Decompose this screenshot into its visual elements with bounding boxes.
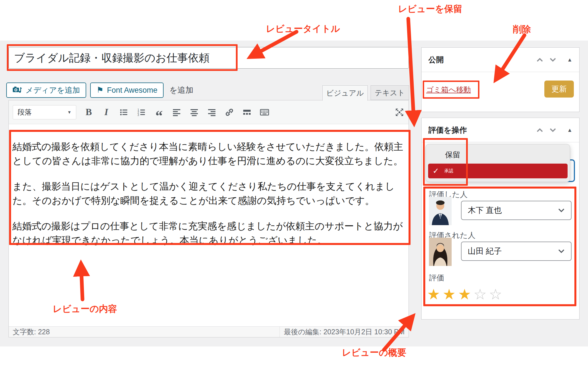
collapse-toggle-icon[interactable]: ▲ — [567, 127, 572, 133]
italic-icon[interactable]: I — [101, 107, 111, 118]
move-up-icon[interactable] — [536, 58, 543, 62]
last-edited: 最後の編集: 2023年10月2日 10:30 PM — [280, 327, 409, 337]
rater-select[interactable]: 木下 直也 — [461, 201, 572, 220]
collapse-toggle-icon[interactable]: ▲ — [567, 57, 572, 63]
add-media-button[interactable]: メディアを追加 — [6, 83, 86, 98]
word-count: 文字数: 228 — [9, 327, 50, 337]
review-body-text: 結婚式の撮影を依頼してくださり本当に素晴らしい経験をさせていただきました。依頼主… — [12, 140, 405, 259]
annotation-delete: 削除 — [513, 23, 531, 36]
numbered-list-icon[interactable]: 1 2 3 — [136, 107, 147, 118]
editor-status-bar: 文字数: 228 最後の編集: 2023年10月2日 10:30 PM — [9, 326, 409, 337]
editor-frame: 段落 ▼ B I 1 2 3 “ — [9, 100, 409, 337]
review-title-input[interactable]: ブライダル記録・収録撮影のお仕事依頼 — [9, 47, 409, 69]
add-media-label: メディアを追加 — [26, 85, 80, 95]
panel-controls: ▲ — [536, 127, 572, 133]
rater-avatar — [429, 197, 452, 225]
flag-icon: ⚑ — [96, 86, 103, 94]
chevron-down-icon — [558, 249, 565, 253]
rater-name: 木下 直也 — [468, 205, 502, 216]
annotation-review-summary: レビューの概要 — [342, 346, 406, 359]
rated-name: 山田 紀子 — [468, 246, 502, 257]
update-button[interactable]: 更新 — [544, 81, 574, 98]
annotation-hold-review: レビューを保留 — [398, 3, 462, 15]
align-left-icon[interactable] — [172, 107, 182, 118]
align-right-icon[interactable] — [207, 107, 217, 118]
camera-music-icon — [12, 85, 22, 96]
rating-action-panel-header[interactable]: 評価を操作 ▲ — [422, 118, 579, 142]
svg-text:3: 3 — [138, 113, 139, 117]
link-icon[interactable] — [224, 107, 234, 118]
status-dropdown-menu: 保留 ✓ 承認 — [426, 144, 570, 182]
blockquote-icon[interactable]: “ — [154, 107, 164, 118]
review-paragraph: 結婚式の撮影を依頼してくださり本当に素晴らしい経験をさせていただきました。依頼主… — [12, 140, 405, 168]
font-awesome-button[interactable]: ⚑ Font Awesome — [90, 83, 164, 98]
annotation-review-content: レビューの内容 — [53, 303, 117, 315]
caret-down-icon: ▼ — [67, 110, 71, 115]
star-empty-icon[interactable]: ☆ — [489, 286, 505, 303]
annotation-review-title: レビュータイトル — [266, 23, 340, 35]
add-suffix-text: を追加 — [169, 85, 193, 96]
bold-icon[interactable]: B — [84, 107, 94, 118]
publish-panel: 公開 ▲ — [421, 47, 579, 112]
star-filled-icon[interactable]: ★ — [458, 286, 473, 303]
tab-text[interactable]: テキスト — [371, 85, 409, 100]
dropdown-option-hold[interactable]: 保留 — [426, 148, 570, 161]
paragraph-format-value: 段落 — [18, 107, 32, 117]
keyboard-icon[interactable] — [259, 107, 270, 118]
review-paragraph: 結婚式の撮影はプロの仕事として非常に充実感を感じましたが依頼主のサポートと協力が… — [12, 219, 405, 248]
rated-select[interactable]: 山田 紀子 — [461, 242, 572, 261]
publish-panel-header[interactable]: 公開 ▲ — [422, 48, 579, 72]
tab-visual[interactable]: ビジュアル — [322, 85, 368, 101]
move-to-trash-link[interactable]: ゴミ箱へ移動 — [426, 85, 471, 95]
rated-avatar — [429, 238, 452, 266]
star-rating: ★★★☆☆ — [427, 286, 504, 303]
checkmark-icon: ✓ — [433, 166, 439, 176]
panel-controls: ▲ — [536, 57, 572, 63]
media-buttons-row: メディアを追加 ⚑ Font Awesome を追加 — [6, 83, 193, 98]
rating-action-panel-title: 評価を操作 — [428, 125, 467, 135]
wordpress-review-editor-page: ブライダル記録・収録撮影のお仕事依頼 メディアを追加 ⚑ Font Awesom… — [0, 0, 588, 372]
editor-content-area[interactable]: 結婚式の撮影を依頼してくださり本当に素晴らしい経験をさせていただきました。依頼主… — [9, 124, 409, 326]
paragraph-format-select[interactable]: 段落 ▼ — [13, 105, 76, 119]
move-up-icon[interactable] — [536, 128, 543, 132]
dropdown-option-approved-label: 承認 — [444, 168, 453, 174]
chevron-down-icon — [558, 208, 565, 213]
move-down-icon[interactable] — [549, 128, 556, 132]
move-down-icon[interactable] — [549, 58, 556, 62]
publish-panel-title: 公開 — [428, 55, 444, 65]
fullscreen-icon[interactable] — [394, 107, 405, 118]
review-paragraph: また、撮影当日にはゲストとして温かく迎えてくださり私たちの仕事を支えてくれました… — [12, 179, 405, 208]
editor-toolbar: 段落 ▼ B I 1 2 3 “ — [9, 100, 409, 124]
bulleted-list-icon[interactable] — [119, 107, 129, 118]
star-filled-icon[interactable]: ★ — [443, 286, 458, 303]
read-more-icon[interactable] — [242, 107, 252, 118]
star-empty-icon[interactable]: ☆ — [473, 286, 489, 303]
align-center-icon[interactable] — [189, 107, 199, 118]
rating-label: 評価 — [429, 273, 444, 283]
dropdown-option-approved[interactable]: ✓ 承認 — [428, 164, 568, 178]
star-filled-icon[interactable]: ★ — [427, 286, 443, 303]
font-awesome-label: Font Awesome — [107, 86, 157, 95]
